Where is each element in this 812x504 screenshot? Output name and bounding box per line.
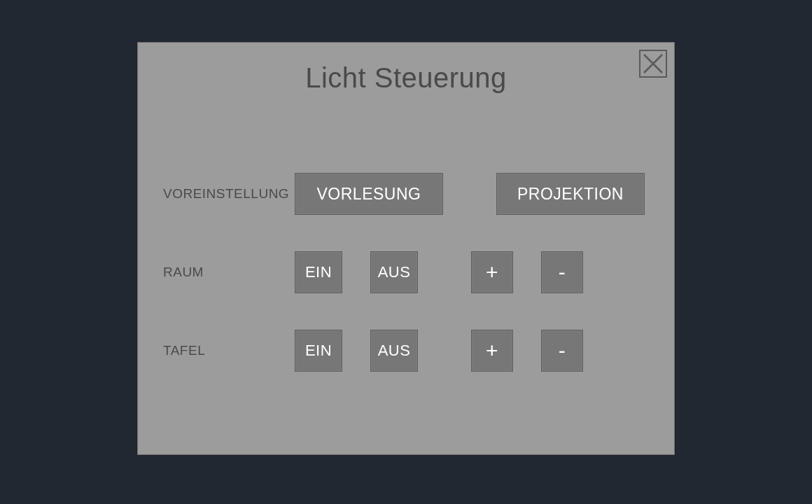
preset-row: VOREINSTELLUNG VORLESUNG PROJEKTION bbox=[163, 173, 649, 215]
close-icon bbox=[642, 52, 664, 75]
preset-label: VOREINSTELLUNG bbox=[163, 186, 295, 202]
room-on-button[interactable]: EIN bbox=[295, 251, 342, 293]
preset-cell-right: PROJEKTION bbox=[496, 173, 645, 215]
board-on-button[interactable]: EIN bbox=[295, 330, 342, 372]
close-button[interactable] bbox=[639, 50, 667, 78]
board-minus-button[interactable]: - bbox=[541, 330, 583, 372]
controls-container: VOREINSTELLUNG VORLESUNG PROJEKTION RAUM… bbox=[163, 173, 649, 408]
room-cell-onoff: EIN AUS bbox=[295, 251, 418, 293]
board-label: TAFEL bbox=[163, 343, 295, 358]
board-off-button[interactable]: AUS bbox=[370, 330, 418, 372]
board-plus-button[interactable]: + bbox=[471, 330, 513, 372]
room-cell-dim: + - bbox=[471, 251, 583, 293]
room-row: RAUM EIN AUS + - bbox=[163, 251, 649, 293]
room-label: RAUM bbox=[163, 265, 295, 280]
dialog-title: Licht Steuerung bbox=[138, 62, 674, 94]
board-cell-onoff: EIN AUS bbox=[295, 330, 418, 372]
preset-cell-left: VORLESUNG bbox=[295, 173, 443, 215]
preset-projection-button[interactable]: PROJEKTION bbox=[496, 173, 645, 215]
board-cell-dim: + - bbox=[471, 330, 583, 372]
room-off-button[interactable]: AUS bbox=[370, 251, 418, 293]
room-plus-button[interactable]: + bbox=[471, 251, 513, 293]
preset-lecture-button[interactable]: VORLESUNG bbox=[295, 173, 443, 215]
room-minus-button[interactable]: - bbox=[541, 251, 583, 293]
board-row: TAFEL EIN AUS + - bbox=[163, 330, 649, 372]
light-control-dialog: Licht Steuerung VOREINSTELLUNG VORLESUNG… bbox=[137, 42, 675, 455]
